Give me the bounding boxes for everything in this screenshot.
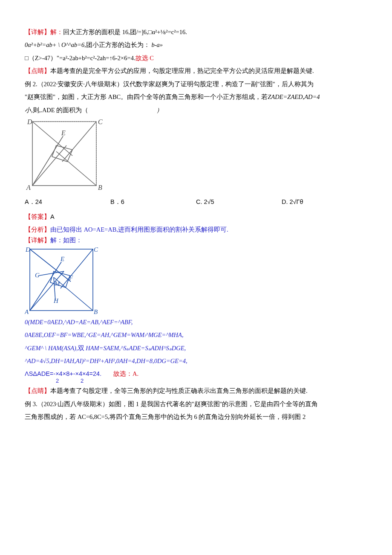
svg-text:C: C — [94, 247, 98, 253]
text: "赵爽弦图"，如图，大正方形 ABC。由四个全等的直角三角形和一个小正方形组成，… — [25, 93, 268, 100]
text: ^AD= — [25, 357, 40, 364]
comment-label: 【点睛】 — [25, 387, 50, 394]
text: HAM=SAEM,^SₐADE=SₐADH^SₐDGE, — [86, 345, 186, 352]
svg-text:G: G — [35, 272, 40, 279]
figure-square-abcd: D C A B E — [25, 118, 367, 193]
text: 小, — [25, 107, 33, 113]
svg-text:C: C — [98, 118, 103, 125]
text: 0AH=4,DH=8,0DG=GE=4, — [116, 357, 187, 364]
text: 故选 C — [135, 55, 154, 61]
text: □（Z>-47）"=a²-2ab+b²=c²-2ah=↑6-2×6=4. — [25, 55, 135, 61]
text: 0α²+b²=ab+ \ O^^ab=6, — [25, 41, 86, 48]
svg-text:D: D — [27, 118, 32, 125]
fraction-den: 2 — [81, 375, 84, 386]
option-a: A．24 — [25, 195, 110, 208]
text: 双 — [78, 345, 84, 352]
text: 本题考查了勾股定理，全等三角形的判定与性质正确表示出直角三角形的面积是解题的关键… — [50, 387, 308, 394]
answer-label: 【答案】 — [25, 213, 50, 220]
text: 0AE8E,OEF=BF=WBE,^GE=AH,^GEM=WAMᵢ^MGE=^M… — [25, 328, 367, 341]
comment-label: 【点睛】 — [25, 67, 50, 74]
text: 本题考查的是完全平方公式的应用，勾股定理应用，熟记完全平方公式的灵活应用是解题关… — [50, 67, 314, 74]
text: 故选：A. — [113, 367, 138, 380]
text: ） — [156, 107, 163, 113]
svg-text:D: D — [25, 247, 30, 253]
svg-text:B: B — [98, 184, 102, 191]
text: b-a» — [151, 41, 163, 48]
svg-text:A: A — [26, 184, 31, 191]
svg-marker-20 — [50, 271, 70, 288]
figure-square-efgh: D C A B E G F M H — [25, 247, 367, 315]
option-b: B．6 — [110, 195, 196, 208]
svg-text:E: E — [61, 129, 66, 137]
svg-line-16 — [61, 249, 93, 288]
svg-line-3 — [56, 151, 96, 186]
text: 解：如图： — [50, 237, 82, 244]
text: 则,.ADE 的面积为（ — [33, 107, 89, 113]
text: 例 3.（2023·山西八年级期末）如图，图 1 是我国古代著名的"赵爽弦图"的… — [25, 401, 318, 407]
text: 回大正方形的面积是 16,团/=]6,□α²+¹⁄₈²=c²=16. — [63, 29, 187, 35]
option-d: D. 2√Γθ — [282, 195, 367, 208]
option-c: C. 2√5 — [196, 195, 282, 208]
text: 团小正方形的边长为： — [86, 41, 150, 48]
text: ZADE=ZAED,AD=4 — [268, 93, 320, 100]
svg-line-1 — [32, 122, 72, 156]
answer-value: A — [50, 213, 55, 220]
text: ΛSΔADE=-×4×8+-×4×4=24. — [25, 367, 101, 380]
analysis-label: 【分析】 — [25, 226, 50, 233]
svg-text:A: A — [25, 308, 29, 315]
text: √5,DH=IAH,AI)²=DH²+AH² — [43, 357, 115, 364]
fraction-den: 2 — [56, 375, 59, 386]
text: 例 2.（2022·安徽安庆·八年级期末）汉代数学家赵爽为了证明勾股定理，构造了… — [25, 81, 314, 87]
text: 由已知得出 AO=AE=AB,进而利用图形面积的割补关系解得即可. — [50, 226, 228, 233]
svg-line-5 — [32, 136, 63, 186]
detail-label: 【详解】 — [25, 237, 50, 244]
svg-line-2 — [62, 122, 96, 162]
svg-line-4 — [32, 145, 66, 186]
svg-text:F: F — [69, 274, 73, 281]
svg-text:E: E — [60, 256, 64, 262]
text: 0(MDE=0AED,^AD=AE=AB,^AEF=^ABF, — [25, 316, 367, 328]
text: 三角形围成的，若 AC=6,8C=5,将四个直角三角形中的边长为 6 的直角边分… — [25, 413, 306, 420]
svg-text:M: M — [54, 280, 61, 287]
detail-label: 【详解】解： — [25, 29, 63, 35]
text: ^GEM^ \ HAM(ASA), — [25, 345, 78, 352]
options-row: A．24 B．6 C. 2√5 D. 2√Γθ — [25, 195, 367, 208]
svg-text:B: B — [94, 308, 98, 315]
svg-text:H: H — [53, 297, 59, 304]
